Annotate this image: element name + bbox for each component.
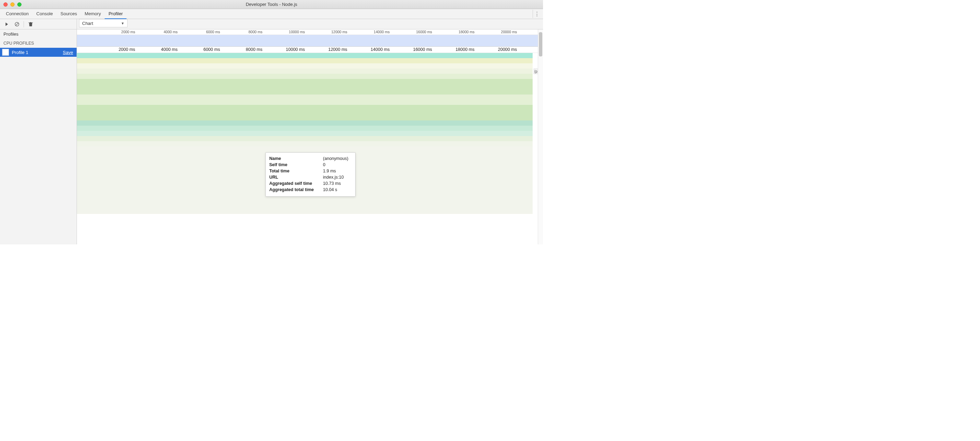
ruler-tick: 4000 ms — [161, 47, 178, 52]
divider — [24, 21, 24, 27]
tooltip-row: Name(anonymous) — [269, 155, 352, 162]
frame-tooltip: Name(anonymous)Self time0Total time1.9 m… — [266, 152, 356, 197]
ruler-tick: 2000 ms — [121, 30, 135, 34]
tooltip-row: URLindex.js:10 — [269, 174, 352, 180]
flame-band[interactable] — [77, 110, 533, 115]
flame-chart-area[interactable]: 2000 ms4000 ms6000 ms8000 ms10000 ms1200… — [77, 29, 543, 244]
window-controls — [3, 2, 21, 6]
ruler-tick: 14000 ms — [374, 30, 390, 34]
trash-icon — [29, 22, 33, 27]
flame-band[interactable] — [77, 198, 533, 203]
window-title: Developer Tools - Node.js — [0, 2, 543, 7]
flame-chart[interactable] — [77, 53, 543, 244]
tooltip-row: Total time1.9 ms — [269, 168, 352, 174]
tab-connection[interactable]: Connection — [2, 9, 33, 19]
clear-button[interactable] — [13, 21, 21, 28]
more-menu-button[interactable]: ⋮ — [533, 10, 541, 18]
tab-profiler[interactable]: Profiler — [105, 9, 126, 19]
tooltip-key: Total time — [269, 168, 323, 174]
tooltip-key: Aggregated self time — [269, 180, 323, 187]
flame-band[interactable] — [77, 89, 533, 95]
ruler-tick: 10000 ms — [286, 47, 305, 52]
flame-band[interactable] — [77, 115, 533, 121]
tooltip-key: URL — [269, 174, 323, 180]
ruler-tick: 8000 ms — [246, 47, 262, 52]
flame-band[interactable] — [77, 203, 533, 209]
workspace: Profiles CPU PROFILES Profile 1 Save 200… — [0, 29, 543, 244]
cpu-profiles-heading: CPU PROFILES — [0, 39, 76, 48]
flame-band[interactable] — [77, 126, 533, 131]
minimize-icon[interactable] — [10, 2, 14, 6]
ruler-tick: 6000 ms — [206, 30, 220, 34]
no-entry-icon — [14, 22, 19, 27]
ruler-tick: 4000 ms — [164, 30, 177, 34]
tab-memory[interactable]: Memory — [81, 9, 105, 19]
tooltip-key: Aggregated total time — [269, 187, 323, 193]
tooltip-value: 1.9 ms — [323, 168, 352, 174]
flame-band[interactable] — [77, 63, 533, 68]
ruler-tick: 20000 ms — [498, 47, 517, 52]
record-button[interactable] — [3, 21, 10, 28]
tooltip-key: Self time — [269, 162, 323, 168]
vertical-scrollbar[interactable] — [538, 29, 543, 244]
flame-band[interactable] — [77, 58, 533, 63]
flame-band[interactable] — [77, 121, 533, 126]
ruler-tick: 14000 ms — [371, 47, 390, 52]
svg-line-1 — [16, 23, 18, 25]
tooltip-key: Name — [269, 155, 323, 162]
record-icon — [5, 22, 9, 26]
ruler-tick: 12000 ms — [328, 47, 347, 52]
flame-band[interactable] — [77, 100, 533, 105]
tooltip-value: index.js:10 — [323, 174, 352, 180]
tooltip-row: Aggregated self time10.73 ms — [269, 180, 352, 187]
ruler-tick: 20000 ms — [501, 30, 517, 34]
tab-console[interactable]: Console — [33, 9, 57, 19]
flame-band[interactable] — [77, 68, 533, 74]
tab-sources[interactable]: Sources — [56, 9, 81, 19]
ruler-tick: 12000 ms — [331, 30, 347, 34]
window-titlebar: Developer Tools - Node.js — [0, 0, 543, 9]
flame-band[interactable] — [77, 136, 533, 141]
ruler-tick: 16000 ms — [413, 47, 432, 52]
profile-item[interactable]: Profile 1 Save — [0, 48, 76, 57]
ruler-tick: 18000 ms — [455, 47, 474, 52]
tooltip-row: Self time0 — [269, 162, 352, 168]
overview-strip[interactable]: 2000 ms4000 ms6000 ms8000 ms10000 ms1200… — [77, 29, 543, 47]
ruler-tick: 10000 ms — [289, 30, 305, 34]
ruler-tick: 18000 ms — [458, 30, 474, 34]
flame-band[interactable] — [77, 131, 533, 136]
kebab-icon: ⋮ — [535, 11, 539, 17]
flame-band[interactable] — [77, 235, 533, 240]
tooltip-value: 0 — [323, 162, 352, 168]
ruler-tick: 16000 ms — [416, 30, 432, 34]
flame-band[interactable] — [77, 84, 533, 89]
delete-button[interactable] — [27, 21, 34, 28]
flame-band[interactable] — [77, 53, 533, 58]
view-mode-select[interactable]: Chart — [79, 19, 127, 27]
flame-band[interactable] — [77, 214, 533, 219]
flame-band[interactable] — [77, 224, 533, 230]
view-mode-value: Chart — [82, 21, 93, 26]
flame-band[interactable] — [77, 209, 533, 214]
flame-band[interactable] — [77, 95, 533, 100]
flame-band[interactable] — [77, 79, 533, 84]
flame-band[interactable] — [77, 141, 533, 146]
maximize-icon[interactable] — [18, 2, 21, 6]
save-profile-link[interactable]: Save — [63, 50, 73, 55]
tooltip-row: Aggregated total time10.04 s — [269, 187, 352, 193]
tooltip-value: 10.73 ms — [323, 180, 352, 187]
flame-band[interactable] — [77, 146, 533, 152]
profiles-sidebar: Profiles CPU PROFILES Profile 1 Save — [0, 29, 77, 244]
flame-band[interactable] — [77, 219, 533, 224]
scrollbar-thumb[interactable] — [539, 32, 542, 56]
flame-band[interactable] — [77, 74, 533, 79]
ruler-tick: 6000 ms — [204, 47, 220, 52]
tooltip-value: (anonymous) — [323, 155, 352, 162]
flame-band[interactable] — [77, 105, 533, 110]
tooltip-value: 10.04 s — [323, 187, 352, 193]
profiles-heading: Profiles — [0, 29, 76, 39]
profiler-toolbar: Chart — [0, 19, 543, 29]
flame-band[interactable] — [77, 230, 533, 235]
close-icon[interactable] — [3, 2, 8, 6]
time-ruler: 2000 ms4000 ms6000 ms8000 ms10000 ms1200… — [77, 47, 543, 53]
